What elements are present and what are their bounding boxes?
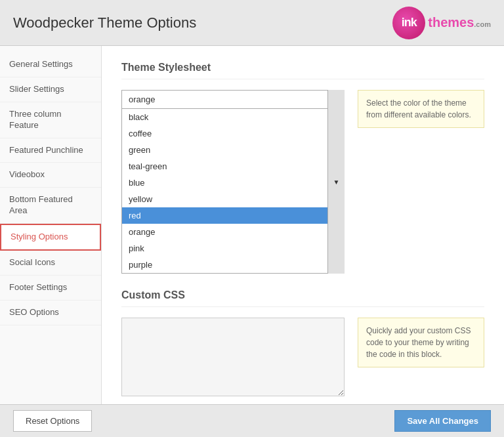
dropdown-option-orange[interactable]: orange [122, 224, 344, 240]
main-layout: General Settings Slider Settings Three c… [0, 46, 504, 404]
custom-css-section: Custom CSS Quickly add your custom CSS c… [121, 289, 484, 398]
custom-css-section-title: Custom CSS [121, 289, 484, 307]
dropdown-option-pink[interactable]: pink [122, 240, 344, 257]
stylesheet-section-title: Theme Stylesheet [121, 62, 484, 79]
stylesheet-form-row: orange ▼ black coffee green teal-green b… [121, 90, 484, 274]
logo-suffix: themes [428, 15, 474, 30]
logo-letters: ink [402, 16, 417, 30]
save-all-changes-button[interactable]: Save All Changes [394, 410, 491, 432]
sidebar-item-bottom-featured-area[interactable]: Bottom Featured Area [0, 188, 101, 224]
sidebar-item-general-settings[interactable]: General Settings [0, 52, 101, 77]
custom-css-hint: Quickly add your custom CSS code to your… [358, 318, 484, 367]
dropdown-option-yellow[interactable]: yellow [122, 191, 344, 207]
sidebar: General Settings Slider Settings Three c… [0, 46, 102, 404]
sidebar-item-footer-settings[interactable]: Footer Settings [0, 276, 101, 301]
theme-color-dropdown-container: orange ▼ black coffee green teal-green b… [121, 90, 345, 274]
page-title: Woodpecker Theme Options [13, 14, 196, 31]
dropdown-option-purple[interactable]: purple [122, 257, 344, 273]
dropdown-area: orange ▼ black coffee green teal-green b… [121, 90, 345, 274]
main-content: Theme Stylesheet orange ▼ black coffee [102, 46, 504, 404]
custom-css-form-row: Quickly add your custom CSS code to your… [121, 318, 484, 398]
logo-text: themes.com [428, 15, 491, 30]
dropdown-option-blue[interactable]: blue [122, 175, 344, 191]
theme-color-dropdown-list: black coffee green teal-green blue yello… [121, 109, 345, 274]
stylesheet-section: Theme Stylesheet orange ▼ black coffee [121, 62, 484, 274]
logo-icon: ink [392, 7, 425, 39]
logo: ink themes.com [392, 7, 491, 39]
sidebar-item-social-icons[interactable]: Social Icons [0, 251, 101, 276]
custom-css-textarea[interactable] [121, 318, 345, 396]
dropdown-arrow-icon[interactable]: ▼ [327, 90, 345, 274]
dropdown-option-coffee[interactable]: coffee [122, 125, 344, 142]
theme-color-dropdown-header[interactable]: orange ▼ [121, 90, 345, 109]
css-textarea-area [121, 318, 345, 398]
sidebar-item-featured-punchline[interactable]: Featured Punchline [0, 138, 101, 163]
sidebar-item-seo-options[interactable]: SEO Options [0, 301, 101, 325]
reset-options-button[interactable]: Reset Options [13, 410, 92, 432]
sidebar-item-three-column-feature[interactable]: Three column Feature [0, 102, 101, 138]
dropdown-option-teal-green[interactable]: teal-green [122, 158, 344, 175]
dropdown-option-red[interactable]: red [122, 207, 344, 224]
dropdown-option-black[interactable]: black [122, 109, 344, 125]
sidebar-item-videobox[interactable]: Videobox [0, 163, 101, 188]
sidebar-item-slider-settings[interactable]: Slider Settings [0, 77, 101, 102]
sidebar-item-styling-options[interactable]: Styling Options [0, 224, 101, 251]
dropdown-option-green[interactable]: green [122, 142, 344, 158]
stylesheet-hint: Select the color of the theme from diffe… [358, 90, 484, 128]
dropdown-selected-value: orange [129, 94, 155, 104]
footer: Reset Options Save All Changes [0, 404, 504, 437]
header: Woodpecker Theme Options ink themes.com [0, 0, 504, 46]
